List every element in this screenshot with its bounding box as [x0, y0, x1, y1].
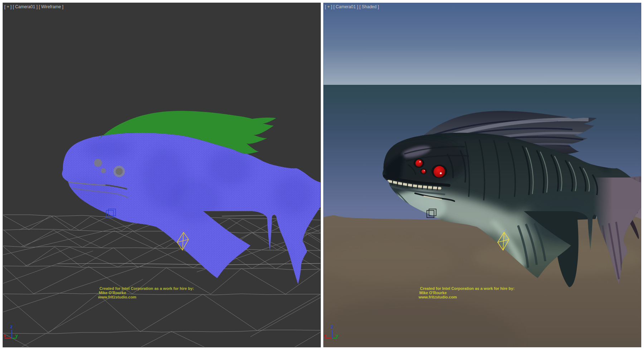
svg-text:x: x	[324, 333, 327, 338]
svg-text:y: y	[15, 333, 18, 338]
svg-text:x: x	[4, 333, 6, 338]
svg-text:www.fritzstudio.com: www.fritzstudio.com	[418, 295, 457, 299]
svg-text:[ + ] [ Camera01 ] [ Wireframe: [ + ] [ Camera01 ] [ Wireframe ]	[4, 4, 63, 9]
svg-text:z: z	[10, 324, 13, 329]
svg-text:[ + ] [ Camera01 ] [ Shaded ]: [ + ] [ Camera01 ] [ Shaded ]	[325, 4, 379, 9]
svg-text:www.fritzstudio.com: www.fritzstudio.com	[98, 295, 136, 299]
svg-text:Mike O'Rourke: Mike O'Rourke	[419, 291, 447, 295]
svg-text:Created for Intel Corporation: Created for Intel Corporation as a work …	[420, 286, 514, 291]
svg-text:z: z	[331, 324, 333, 329]
svg-text:Created for Intel Corporation: Created for Intel Corporation as a work …	[99, 286, 194, 291]
svg-text:y: y	[336, 333, 338, 338]
svg-text:Mike O'Rourke: Mike O'Rourke	[99, 291, 126, 295]
